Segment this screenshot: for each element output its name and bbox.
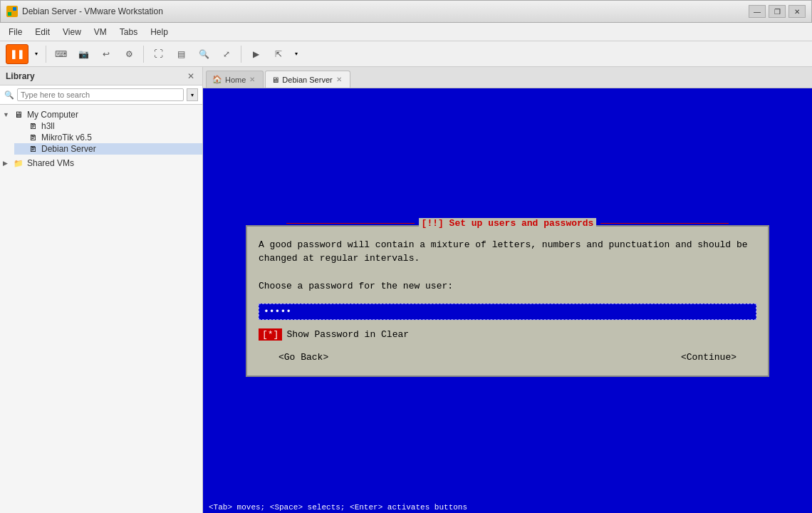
view-dropdown-arrow[interactable]: ▾ (291, 44, 301, 64)
svg-rect-1 (13, 7, 16, 11)
snapshot-button[interactable]: 📷 (73, 44, 93, 64)
dialog-title-line-right (600, 223, 729, 224)
vm-tab-icon: 🖥 (271, 76, 279, 84)
pause-button[interactable]: ❚❚ (6, 44, 28, 64)
view-button[interactable]: 🔍 (194, 44, 214, 64)
tree-item-h3ll[interactable]: 🖹 h3ll (14, 120, 202, 132)
tab-debian-close[interactable]: ✕ (335, 76, 343, 83)
search-box: 🔍 ▾ (0, 86, 202, 105)
tree-label-my-computer: My Computer (27, 110, 78, 120)
computer-icon: 🖥 (13, 110, 24, 120)
guest-button[interactable]: ⇱ (269, 44, 288, 64)
restore-button[interactable]: ❐ (769, 5, 786, 18)
library-tree: ▼ 🖥 My Computer 🖹 h3ll 🖹 MikroTik v6.5 (0, 105, 202, 513)
unity-mode-button[interactable]: ▤ (171, 44, 191, 64)
minimize-button[interactable]: — (749, 5, 766, 18)
dialog-body-line4: Choose a password for the new user: (259, 281, 453, 291)
expander-my-computer[interactable]: ▼ (3, 111, 13, 118)
password-field-row (259, 304, 756, 320)
sidebar: Library ✕ 🔍 ▾ ▼ 🖥 My Computer 🖹 h (0, 67, 203, 513)
window-title: Debian Server - VMware Workstation (22, 6, 163, 16)
tree-item-shared-vms: ▶ 📁 Shared VMs (0, 156, 202, 170)
tab-home-label: Home (225, 76, 246, 84)
vm-icon-debian: 🖹 (27, 144, 38, 154)
tab-debian-server-label: Debian Server (282, 76, 332, 84)
tree-children-my-computer: 🖹 h3ll 🖹 MikroTik v6.5 🖹 Debian Server (0, 120, 202, 155)
dialog-buttons: <Go Back> <Continue> (259, 351, 756, 364)
menu-vm[interactable]: VM (88, 26, 113, 38)
tabs-bar: 🏠 Home ✕ 🖥 Debian Server ✕ (203, 67, 812, 88)
close-button[interactable]: ✕ (788, 5, 806, 18)
status-bar-text: <Tab> moves; <Space> selects; <Enter> ac… (209, 503, 467, 512)
menu-tabs[interactable]: Tabs (114, 26, 143, 38)
tab-home-close[interactable]: ✕ (249, 76, 256, 83)
password-input[interactable] (259, 304, 756, 320)
svg-rect-2 (8, 12, 11, 16)
full-screen-button[interactable]: ⛶ (148, 44, 168, 64)
tree-label-shared-vms: Shared VMs (27, 158, 74, 168)
settings-button[interactable]: ⚙ (119, 44, 139, 64)
vm-icon-h3ll: 🖹 (27, 121, 38, 131)
library-title: Library (6, 71, 35, 81)
stretch-button[interactable]: ⤢ (217, 44, 236, 64)
dialog-title-line-left (286, 223, 415, 224)
dialog-body: A good password will contain a mixture o… (259, 238, 756, 294)
show-password-label: Show Password in Clear (286, 329, 409, 340)
search-dropdown-button[interactable]: ▾ (187, 88, 198, 101)
tree-item-debian-server[interactable]: 🖹 Debian Server (14, 143, 202, 155)
menu-view[interactable]: View (57, 26, 87, 38)
tree-label-h3ll: h3ll (41, 121, 55, 131)
window-controls: — ❐ ✕ (749, 5, 806, 18)
library-header: Library ✕ (0, 67, 202, 86)
menu-help[interactable]: Help (145, 26, 174, 38)
dialog-title-text: [!!] Set up users and passwords (419, 218, 597, 229)
expander-shared-vms[interactable]: ▶ (3, 160, 13, 167)
home-icon: 🏠 (212, 75, 222, 84)
library-close-button[interactable]: ✕ (185, 71, 197, 82)
vm-status-bar: <Tab> moves; <Space> selects; <Enter> ac… (203, 502, 812, 513)
menu-file[interactable]: File (3, 26, 28, 38)
pause-dropdown-arrow[interactable]: ▾ (31, 44, 41, 64)
search-input[interactable] (17, 88, 184, 101)
tab-debian-server[interactable]: 🖥 Debian Server ✕ (265, 71, 350, 88)
search-icon: 🔍 (4, 90, 14, 100)
continue-button[interactable]: <Continue> (675, 351, 742, 364)
tree-item-my-computer: ▼ 🖥 My Computer 🖹 h3ll 🖹 MikroTik v6.5 (0, 108, 202, 156)
separator-1 (46, 46, 46, 63)
send-ctrl-alt-del-button[interactable]: ⌨ (51, 44, 71, 64)
tree-item-mikrotik[interactable]: 🖹 MikroTik v6.5 (14, 132, 202, 143)
tree-label-debian-server: Debian Server (41, 144, 96, 154)
console-button[interactable]: ▶ (246, 44, 266, 64)
app-icon (6, 6, 18, 17)
separator-3 (241, 46, 241, 63)
dialog-set-up-passwords: [!!] Set up users and passwords A good p… (246, 225, 769, 377)
tree-label-mikrotik: MikroTik v6.5 (41, 133, 92, 142)
title-bar: Debian Server - VMware Workstation — ❐ ✕ (0, 0, 812, 23)
show-password-row: [*] Show Password in Clear (259, 328, 756, 341)
main-area: Library ✕ 🔍 ▾ ▼ 🖥 My Computer 🖹 h (0, 67, 812, 513)
tab-home[interactable]: 🏠 Home ✕ (206, 71, 264, 88)
shared-icon: 📁 (13, 158, 24, 168)
vm-screen[interactable]: [!!] Set up users and passwords A good p… (203, 88, 812, 513)
dialog-title-bar: [!!] Set up users and passwords (286, 218, 729, 229)
go-back-button[interactable]: <Go Back> (273, 351, 334, 364)
content-area: 🏠 Home ✕ 🖥 Debian Server ✕ [!!] Set up u… (203, 67, 812, 513)
revert-button[interactable]: ↩ (96, 44, 116, 64)
toolbar: ❚❚ ▾ ⌨ 📷 ↩ ⚙ ⛶ ▤ 🔍 ⤢ ▶ ⇱ ▾ (0, 41, 812, 67)
menu-edit[interactable]: Edit (29, 26, 56, 38)
svg-rect-0 (8, 7, 11, 11)
dialog-body-line1: A good password will contain a mixture o… (259, 239, 748, 250)
svg-rect-3 (13, 12, 16, 16)
vm-icon-mikrotik: 🖹 (27, 133, 38, 142)
separator-2 (143, 46, 144, 63)
show-password-checkbox[interactable]: [*] (259, 328, 282, 341)
menu-bar: File Edit View VM Tabs Help (0, 23, 812, 41)
dialog-body-line2: changed at regular intervals. (259, 253, 420, 264)
